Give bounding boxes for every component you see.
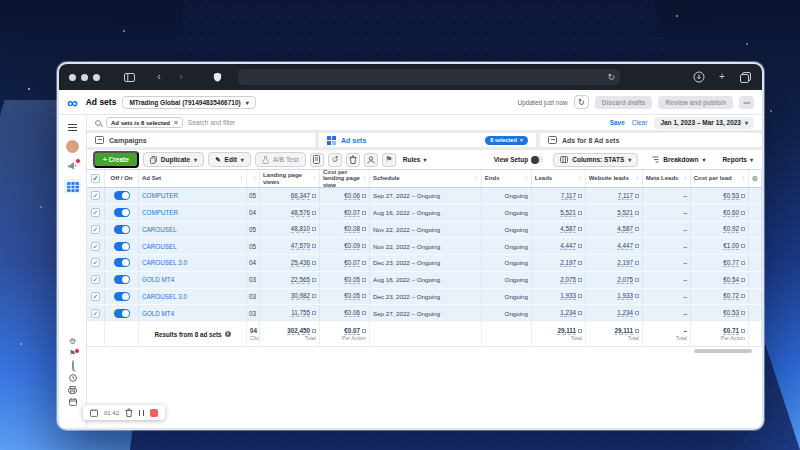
website-leads-value[interactable]: 5,521 [617,209,633,217]
row-toggle[interactable] [105,188,139,204]
landing-page-views-value[interactable]: 11,755 [291,309,310,317]
minimize-window-button[interactable] [81,74,88,81]
zoom-window-button[interactable] [93,74,100,81]
row-checkbox[interactable]: ✓ [87,188,105,204]
date-range-picker[interactable]: Jan 1, 2023 – Mar 13, 2023 ▾ [654,117,754,129]
rules-button[interactable]: Rules ▾ [400,156,430,163]
menu-icon[interactable] [68,124,77,131]
landing-page-views-value[interactable]: 66,347 [291,192,310,200]
row-toggle[interactable] [105,222,139,238]
reports-button[interactable]: Reports ▾ [719,156,756,163]
landing-page-views-value[interactable]: 22,565 [291,276,310,284]
horizontal-scrollbar[interactable] [87,347,762,355]
create-button[interactable]: + Create [93,151,139,168]
address-bar[interactable]: ↻ [238,69,620,85]
row-checkbox[interactable]: ✓ [87,238,105,254]
website-leads-value[interactable]: 4,447 [617,242,633,250]
view-setup-toggle[interactable]: View Setup [491,156,547,163]
table-row[interactable]: ✓ GOLD MT4 03 22,565 €0.05 Aug 16, 2022 … [87,272,762,289]
row-toggle[interactable] [105,205,139,221]
website-leads-value[interactable]: 1,234 [617,309,633,317]
flag-icon[interactable]: ⚑ [382,153,396,167]
downloads-icon[interactable] [692,71,706,83]
clear-filter-link[interactable]: Clear [632,119,648,126]
row-checkbox[interactable]: ✓ [87,289,105,305]
table-row[interactable]: ✓ CAROUSEL 3.0 04 25,436 €0.07 Dec 23, 2… [87,255,762,272]
row-checkbox[interactable]: ✓ [87,305,105,321]
column-header-schedule[interactable]: Schedule↕ [370,170,482,187]
undo-icon[interactable]: ↺ [328,153,342,167]
column-header-cost-per-landing-page-view[interactable]: Cost per landing page view↕ [320,170,370,187]
column-header-ad-set[interactable]: Ad Set↕ [139,170,247,187]
leads-value[interactable]: 1,234 [560,309,576,317]
ad-set-name-link[interactable]: GOLD MT4 [142,276,174,283]
website-leads-value[interactable]: 4,587 [617,225,633,233]
cost-per-lead-value[interactable]: €0.53 [723,192,739,200]
table-row[interactable]: ✓ CAROUSEL 05 47,579 €0.09 Nov 22, 2022 … [87,238,762,255]
leads-value[interactable]: 1,933 [560,292,576,300]
remove-filter-icon[interactable]: × [174,119,178,126]
cost-per-lead-value[interactable]: €0.72 [723,292,739,300]
table-row[interactable]: ✓ COMPUTER 04 48,576 €0.07 Aug 16, 2022 … [87,205,762,222]
calendar-icon[interactable] [90,409,98,417]
cost-per-view-value[interactable]: €0.06 [344,309,360,317]
leads-value[interactable]: 7,117 [561,192,576,200]
review-and-publish-button[interactable]: Review and publish [658,96,733,109]
column-header-clipped[interactable]: ↕ [247,170,260,187]
column-header-cost-per-lead[interactable]: Cost per lead↕ [691,170,749,187]
shield-icon[interactable] [210,72,224,83]
row-toggle[interactable] [105,289,139,305]
landing-page-views-value[interactable]: 30,982 [291,292,310,300]
save-filter-link[interactable]: Save [610,119,625,126]
column-header-meta-leads[interactable]: Meta Leads↕ [643,170,691,187]
back-button[interactable]: ‹ [152,72,166,82]
cost-per-view-value[interactable]: €0.08 [344,225,360,233]
cost-per-lead-value[interactable]: €0.92 [723,225,739,233]
ab-test-button[interactable]: A/B Test [255,152,306,167]
column-settings-gear-icon[interactable]: ⚙ [749,170,762,187]
more-options-button[interactable]: ••• [739,96,754,109]
website-leads-value[interactable]: 2,075 [617,276,633,284]
ad-set-name-link[interactable]: CAROUSEL 3.0 [142,293,187,300]
row-toggle[interactable] [105,238,139,254]
cost-per-view-value[interactable]: €0.06 [344,192,360,200]
stop-recording-button[interactable] [150,409,158,417]
announcements-icon[interactable] [67,161,78,171]
flag-icon[interactable]: ⚑ [69,350,76,358]
landing-page-views-value[interactable]: 47,579 [291,242,310,250]
row-checkbox[interactable]: ✓ [87,222,105,238]
scrollbar-thumb[interactable] [694,349,752,353]
website-leads-value[interactable]: 7,117 [618,192,633,200]
close-window-button[interactable] [69,74,76,81]
refresh-button[interactable]: ↻ [574,95,589,109]
column-header-ends[interactable]: Ends↕ [482,170,532,187]
cost-per-lead-value[interactable]: €0.54 [723,276,739,284]
toggle-knob[interactable] [531,156,543,163]
tab-campaigns[interactable]: Campaigns [87,133,315,147]
landing-page-views-value[interactable]: 48,810 [291,225,310,233]
calendar-icon[interactable] [69,398,77,406]
row-checkbox[interactable]: ✓ [87,205,105,221]
column-header-off-on[interactable]: Off / On [105,170,139,187]
table-row[interactable]: ✓ GOLD MT4 03 11,755 €0.06 Sep 27, 2022 … [87,305,762,322]
column-header-leads[interactable]: Leads↕ [532,170,586,187]
ad-set-name-link[interactable]: CAROUSEL [142,226,177,233]
trash-icon[interactable] [125,408,133,417]
website-leads-value[interactable]: 2,197 [617,259,633,267]
account-avatar[interactable] [66,140,79,153]
forward-button[interactable]: › [174,72,188,82]
clear-selection-icon[interactable]: × [520,137,523,143]
leads-value[interactable]: 2,197 [560,259,576,267]
leads-value[interactable]: 2,075 [560,276,576,284]
table-row[interactable]: ✓ CAROUSEL 05 48,810 €0.08 Nov 22, 2022 … [87,222,762,239]
filter-chip[interactable]: Ad sets is 8 selected × [106,117,183,128]
assign-person-icon[interactable] [364,153,378,167]
ad-set-name-link[interactable]: GOLD MT4 [142,310,174,317]
cost-per-lead-value[interactable]: €1.00 [723,242,739,250]
cost-per-lead-value[interactable]: €0.77 [723,259,739,267]
reload-icon[interactable]: ↻ [607,72,615,82]
pin-icon[interactable] [310,153,324,167]
row-checkbox[interactable]: ✓ [87,255,105,271]
tab-overview-icon[interactable] [738,72,752,83]
row-toggle[interactable] [105,305,139,321]
